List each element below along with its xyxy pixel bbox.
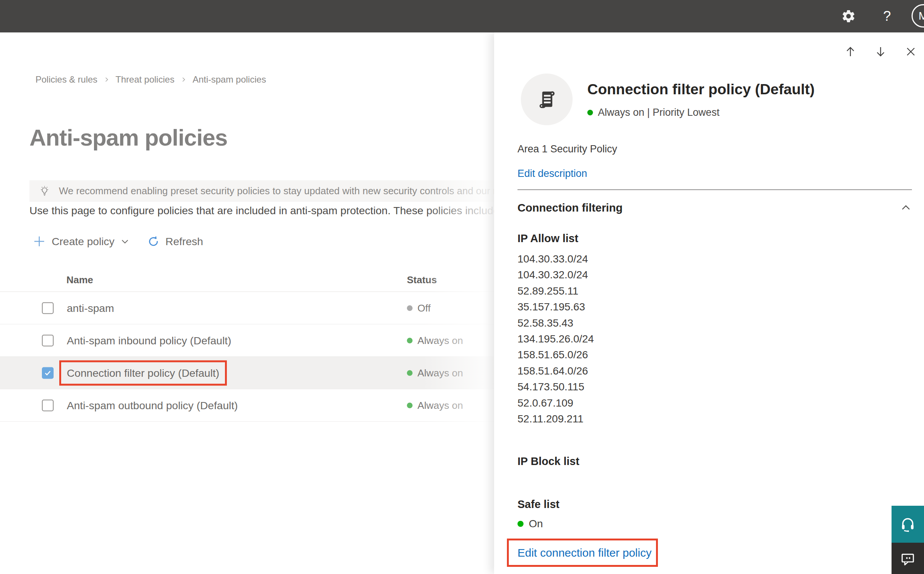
ip-entry: 52.11.209.211 [517,411,594,427]
ip-allow-list: 104.30.33.0/24 104.30.32.0/24 52.89.255.… [517,251,594,427]
scroll-icon [535,87,559,112]
settings-button[interactable] [837,0,860,32]
banner-text: We recommend enabling preset security po… [59,185,534,197]
flyout-title: Connection filter policy (Default) [587,81,815,98]
question-mark-icon: ? [883,8,891,24]
safe-list-status-label: On [529,518,543,530]
ip-block-list-label: IP Block list [517,455,579,468]
support-widget-button[interactable] [892,506,924,543]
table-row-anti-spam[interactable]: anti-spam Off [0,292,521,324]
column-header-name[interactable]: Name [66,274,93,285]
breadcrumb-anti-spam-policies[interactable]: Anti-spam policies [193,74,266,85]
safe-list-status: On [517,518,543,530]
status-dot [407,337,413,343]
status-dot [407,402,413,408]
column-header-status[interactable]: Status [407,274,437,285]
gear-icon [841,9,856,24]
table-row-outbound-policy[interactable]: Anti-spam outbound policy (Default) Alwa… [0,389,521,422]
status-label: Always on [418,334,463,346]
help-button[interactable]: ? [877,0,897,32]
table-row-inbound-policy[interactable]: Anti-spam inbound policy (Default) Alway… [0,324,521,357]
chevron-up-icon [900,202,912,214]
policy-status: Always on [407,334,463,346]
feedback-bubble-icon [900,551,916,567]
feedback-widget-button[interactable] [892,543,924,574]
policy-name[interactable]: Connection filter policy (Default) [59,360,227,385]
breadcrumb-threat-policies[interactable]: Threat policies [115,74,174,85]
table-header: Name Status [0,268,521,292]
ip-entry: 134.195.26.0/24 [517,331,594,347]
status-dot [407,370,413,375]
breadcrumb-policies-rules[interactable]: Policies & rules [35,74,97,85]
ip-entry: 158.51.64.0/26 [517,363,594,379]
policy-name[interactable]: anti-spam [59,295,122,320]
arrow-down-icon [873,44,888,59]
refresh-label: Refresh [165,235,203,248]
ip-allow-list-label: IP Allow list [517,232,578,245]
policy-name[interactable]: Anti-spam outbound policy (Default) [59,393,245,418]
status-label: Always on [418,399,463,411]
status-dot [517,521,524,527]
ip-entry: 158.51.65.0/26 [517,347,594,363]
row-checkbox[interactable] [42,367,54,378]
arrow-up-icon [843,44,858,59]
ip-entry: 104.30.32.0/24 [517,267,594,283]
flyout-status-label: Always on | Priority Lowest [598,107,720,118]
edit-link-highlight-box: Edit connection filter policy [507,539,658,567]
checkmark-icon [43,368,53,378]
plus-icon [33,235,45,248]
chevron-right-icon [103,77,109,83]
edit-connection-filter-policy-link[interactable]: Edit connection filter policy [517,546,652,559]
breadcrumb: Policies & rules Threat policies Anti-sp… [35,74,266,85]
refresh-icon [147,235,160,248]
connection-filtering-section-header: Connection filtering [517,201,912,214]
ip-entry: 35.157.195.63 [517,299,594,315]
policy-name[interactable]: Anti-spam inbound policy (Default) [59,328,239,353]
chevron-right-icon [180,77,187,83]
toolbar: Create policy Refresh [33,232,203,251]
headset-icon [899,516,916,533]
ip-entry: 54.173.50.115 [517,379,594,395]
refresh-button[interactable]: Refresh [147,235,203,248]
create-policy-button[interactable]: Create policy [33,235,130,248]
safe-list-label: Safe list [517,498,559,511]
status-label: Off [418,302,431,314]
ip-entry: 52.58.35.43 [517,315,594,331]
edit-description-link[interactable]: Edit description [517,168,587,180]
ip-entry: 52.0.67.109 [517,395,594,411]
status-dot [407,305,413,311]
ip-entry: 104.30.33.0/24 [517,251,594,267]
previous-item-button[interactable] [843,44,858,59]
account-avatar[interactable]: M [911,4,924,28]
section-title: Connection filtering [517,201,623,214]
row-checkbox[interactable] [42,399,54,411]
policy-details-flyout: Connection filter policy (Default) Alway… [494,32,924,574]
collapse-section-button[interactable] [900,202,912,214]
status-label: Always on [418,367,463,378]
flyout-status: Always on | Priority Lowest [587,107,720,118]
row-checkbox[interactable] [42,334,54,346]
divider [517,189,912,190]
page-title: Anti-spam policies [29,125,227,151]
chevron-down-icon [120,237,130,246]
table-row-connection-filter-policy[interactable]: Connection filter policy (Default) Alway… [0,357,521,389]
lightbulb-icon [38,184,51,198]
policy-status: Always on [407,399,463,411]
close-flyout-button[interactable] [903,44,918,59]
flyout-nav [494,44,924,59]
create-policy-label: Create policy [52,235,114,248]
next-item-button[interactable] [873,44,888,59]
status-dot [587,110,593,115]
row-checkbox[interactable] [42,302,54,314]
policy-icon-circle [521,74,573,125]
avatar-initial: M [919,9,924,22]
policy-table: Name Status anti-spam Off Anti-spam inbo… [0,268,521,422]
policy-description: Area 1 Security Policy [517,144,617,155]
ip-entry: 52.89.255.11 [517,283,594,299]
policy-status: Always on [407,367,463,378]
top-bar: ? M [0,0,924,32]
close-icon [904,45,918,58]
policy-status: Off [407,302,431,314]
